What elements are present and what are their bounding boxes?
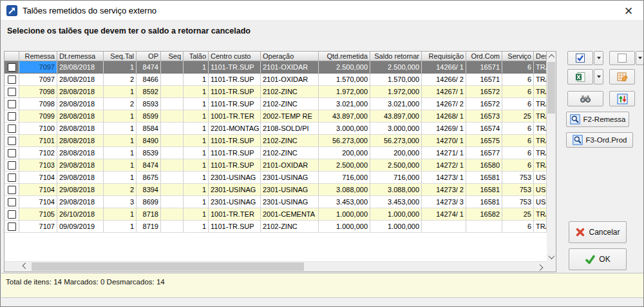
table-cell[interactable]: TRA	[534, 135, 547, 147]
table-cell[interactable]	[161, 159, 184, 172]
table-cell[interactable]: 16571	[466, 74, 502, 86]
table-cell[interactable]: 7098	[19, 98, 57, 110]
table-cell[interactable]: 16574	[466, 123, 502, 135]
table-cell[interactable]: 8394	[137, 184, 161, 196]
table-cell[interactable]: 1	[184, 98, 209, 110]
table-cell[interactable]	[161, 135, 184, 147]
table-cell[interactable]: 16572	[466, 98, 502, 110]
table-cell[interactable]: 8584	[137, 123, 161, 135]
row-checkbox[interactable]	[8, 198, 16, 206]
table-cell[interactable]: 1	[104, 208, 137, 221]
table-cell[interactable]: 1	[104, 123, 137, 135]
row-checkbox[interactable]	[8, 75, 16, 84]
sort-button[interactable]	[609, 91, 635, 106]
vertical-scrollbar[interactable]	[547, 52, 556, 262]
table-cell[interactable]: 14271/ 1	[422, 147, 466, 159]
table-cell[interactable]: 1	[184, 196, 209, 208]
table-cell[interactable]: 14270/ 1	[422, 135, 466, 147]
table-cell[interactable]: 6	[502, 74, 534, 86]
table-cell[interactable]: 2102-ZINC	[261, 135, 319, 147]
table-cell[interactable]: 2301-USINAG	[261, 172, 319, 184]
table-cell[interactable]: 716,000	[319, 172, 370, 184]
table-cell[interactable]: 14272/ 1	[422, 159, 466, 172]
excel-export-button[interactable]	[567, 69, 593, 84]
table-row[interactable]: 709728/08/20182846611101-TR.SUP2101-OXID…	[5, 74, 547, 86]
scroll-up-button[interactable]	[547, 52, 556, 61]
table-cell[interactable]: 8719	[137, 221, 161, 233]
table-cell[interactable]: 2301-USINAG	[209, 196, 261, 208]
table-cell[interactable]: 3.453,000	[370, 196, 422, 208]
column-header-dt-remessa[interactable]: Dt.remessa	[57, 52, 104, 61]
table-cell[interactable]: 7097	[19, 61, 57, 74]
excel-export-dropdown[interactable]	[594, 69, 603, 84]
table-cell[interactable]: 753	[502, 196, 534, 208]
table-cell[interactable]	[161, 98, 184, 110]
table-cell[interactable]: 16581	[466, 196, 502, 208]
table-row[interactable]: 710128/08/20181849011101-TR.SUP2102-ZINC…	[5, 135, 547, 147]
table-cell[interactable]: 2102-ZINC	[261, 221, 319, 233]
table-cell[interactable]: 8699	[137, 196, 161, 208]
table-cell[interactable]: 7103	[19, 159, 57, 172]
table-cell[interactable]	[5, 184, 19, 196]
table-cell[interactable]	[422, 221, 466, 233]
table-cell[interactable]: 28/08/2018	[57, 98, 104, 110]
table-cell[interactable]: 2	[104, 74, 137, 86]
table-cell[interactable]: USIN	[534, 172, 547, 184]
scroll-right-button[interactable]	[535, 262, 545, 272]
column-header-requisi-o[interactable]: Requisição	[422, 52, 466, 61]
table-cell[interactable]: 25	[502, 110, 534, 123]
table-cell[interactable]: 7099	[19, 110, 57, 123]
table-cell[interactable]: 16580	[466, 159, 502, 172]
table-cell[interactable]: 56.273,000	[319, 135, 370, 147]
table-cell[interactable]: 1	[184, 74, 209, 86]
table-cell[interactable]: 3.453,000	[319, 196, 370, 208]
table-cell[interactable]	[5, 135, 19, 147]
table-cell[interactable]: 16573	[466, 110, 502, 123]
f2-remessa-button[interactable]: F2-Remessa	[566, 112, 629, 127]
row-checkbox[interactable]	[8, 186, 16, 194]
table-cell[interactable]: 16581	[466, 184, 502, 196]
scroll-down-button[interactable]	[547, 252, 556, 262]
row-checkbox[interactable]	[8, 173, 16, 182]
table-row[interactable]: 710429/08/20183869912301-USINAG2301-USIN…	[5, 196, 547, 208]
table-cell[interactable]: 2108-SOLD/PI	[261, 123, 319, 135]
table-cell[interactable]: 43.897,000	[319, 110, 370, 123]
row-checkbox[interactable]	[8, 88, 16, 96]
close-button[interactable]: ✕	[614, 1, 643, 21]
table-cell[interactable]	[5, 61, 19, 74]
table-cell[interactable]: 1	[104, 221, 137, 233]
table-cell[interactable]: 14266/ 1	[422, 61, 466, 74]
table-cell[interactable]: 1	[184, 208, 209, 221]
table-cell[interactable]: TRA	[534, 86, 547, 98]
row-checkbox[interactable]	[8, 137, 16, 145]
table-cell[interactable]: TRA	[534, 61, 547, 74]
table-cell[interactable]: 7107	[19, 221, 57, 233]
table-cell[interactable]	[5, 172, 19, 184]
column-header-centro-custo[interactable]: Centro custo	[209, 52, 261, 61]
table-row[interactable]: 709928/08/20181859911001-TR.TER2002-TEMP…	[5, 110, 547, 123]
table-cell[interactable]: 1	[184, 86, 209, 98]
table-cell[interactable]: 2.500,000	[319, 61, 370, 74]
column-header-opera-o[interactable]: Operação	[261, 52, 319, 61]
horizontal-scrollbar-thumb[interactable]	[32, 262, 304, 271]
table-cell[interactable]: TRA	[534, 221, 547, 233]
table-cell[interactable]: 43.897,000	[370, 110, 422, 123]
table-row[interactable]: 709728/08/20181847411101-TR.SUP2101-OXID…	[5, 61, 547, 74]
column-header-servi-o[interactable]: Serviço	[502, 52, 534, 61]
table-cell[interactable]: 1	[184, 110, 209, 123]
column-header-ord-com[interactable]: Ord.Com	[466, 52, 502, 61]
table-cell[interactable]: 716,000	[370, 172, 422, 184]
table-cell[interactable]: 1	[184, 123, 209, 135]
table-cell[interactable]: 6	[502, 135, 534, 147]
scroll-left-button[interactable]	[20, 262, 31, 272]
table-cell[interactable]: 29/08/2018	[57, 196, 104, 208]
table-cell[interactable]: TRA	[534, 123, 547, 135]
table-cell[interactable]: 1.972,000	[319, 86, 370, 98]
table-cell[interactable]: 28/08/2018	[57, 74, 104, 86]
table-cell[interactable]	[5, 208, 19, 221]
table-cell[interactable]: 29/08/2018	[57, 172, 104, 184]
table-cell[interactable]: 1.570,000	[319, 74, 370, 86]
table-cell[interactable]: 29/08/2018	[57, 159, 104, 172]
table-row[interactable]: 710028/08/20181858412201-MONTAG2108-SOLD…	[5, 123, 547, 135]
table-row[interactable]: 709828/08/20182859311101-TR.SUP2102-ZINC…	[5, 98, 547, 110]
